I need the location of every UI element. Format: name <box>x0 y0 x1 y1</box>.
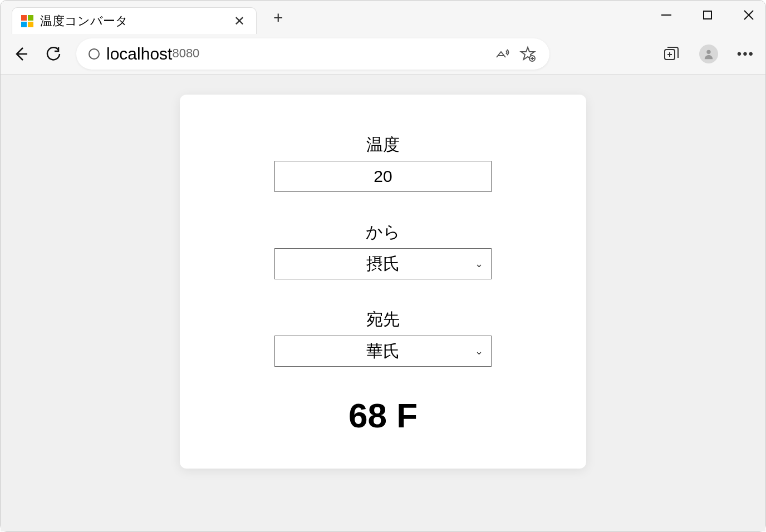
new-tab-button[interactable]: + <box>268 6 289 29</box>
result-text: 68 F <box>202 396 564 435</box>
temperature-label: 温度 <box>202 134 564 156</box>
favorite-icon[interactable] <box>518 45 537 63</box>
toolbar-right: ••• <box>661 45 754 63</box>
from-label: から <box>202 221 564 244</box>
address-host: localhost <box>106 45 172 63</box>
read-aloud-icon[interactable] <box>493 45 512 63</box>
minimize-button[interactable] <box>656 5 676 25</box>
settings-menu-icon[interactable]: ••• <box>737 46 754 62</box>
svg-rect-1 <box>704 11 711 19</box>
close-tab-button[interactable]: ✕ <box>232 12 247 30</box>
from-select[interactable]: 摂氏 ⌄ <box>274 248 492 279</box>
address-bar[interactable]: localhost8080 <box>76 38 549 70</box>
to-select[interactable]: 華氏 ⌄ <box>274 336 492 367</box>
converter-card: 温度 から 摂氏 ⌄ 宛先 華氏 ⌄ 68 F <box>180 95 586 469</box>
address-port: 8080 <box>172 46 199 61</box>
site-info-icon <box>89 48 100 60</box>
collections-icon[interactable] <box>661 45 680 63</box>
window-controls <box>656 5 759 25</box>
browser-window: 温度コンバータ ✕ + localhost8080 <box>0 0 766 532</box>
chevron-down-icon: ⌄ <box>475 345 483 357</box>
back-button[interactable] <box>12 45 31 63</box>
close-window-button[interactable] <box>739 5 759 25</box>
svg-point-11 <box>706 50 710 54</box>
chevron-down-icon: ⌄ <box>475 258 483 270</box>
temperature-input[interactable] <box>282 167 484 186</box>
to-group: 宛先 華氏 ⌄ <box>202 308 564 367</box>
tab-bar: 温度コンバータ ✕ + <box>1 1 765 34</box>
temperature-group: 温度 <box>202 134 564 192</box>
page-content: 温度 から 摂氏 ⌄ 宛先 華氏 ⌄ 68 F <box>1 74 765 531</box>
profile-avatar[interactable] <box>699 45 718 63</box>
to-select-value: 華氏 <box>366 340 400 363</box>
to-label: 宛先 <box>202 308 564 331</box>
from-group: から 摂氏 ⌄ <box>202 221 564 279</box>
microsoft-logo-icon <box>21 15 33 27</box>
tab-title: 温度コンバータ <box>40 13 225 29</box>
browser-toolbar: localhost8080 ••• <box>1 34 765 74</box>
from-select-value: 摂氏 <box>366 253 400 275</box>
address-text: localhost8080 <box>106 45 199 63</box>
maximize-button[interactable] <box>698 5 718 25</box>
temperature-input-wrapper <box>274 161 492 192</box>
refresh-button[interactable] <box>44 45 63 63</box>
browser-tab[interactable]: 温度コンバータ ✕ <box>12 7 257 34</box>
